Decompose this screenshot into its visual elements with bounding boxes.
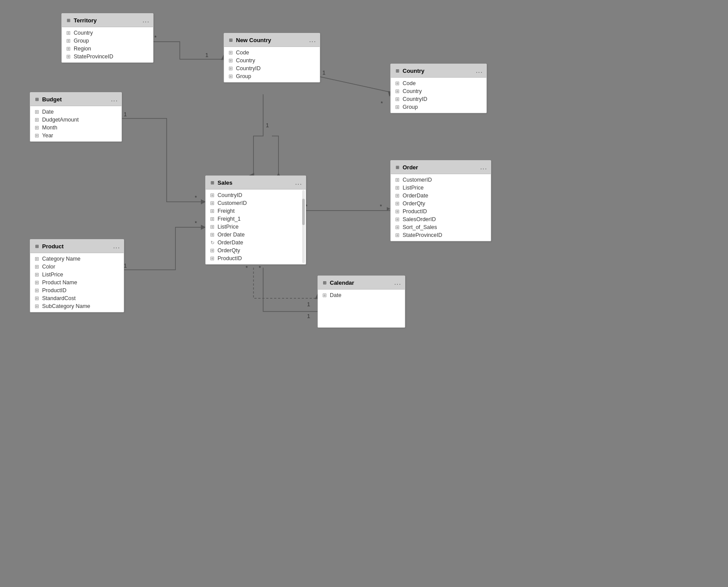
- table-new-country-menu[interactable]: ...: [309, 36, 316, 44]
- table-row: ProductID: [391, 208, 491, 215]
- table-budget-body: Date DudgetAmount Month Year: [30, 106, 121, 141]
- field-icon: [209, 200, 215, 206]
- table-order-header[interactable]: ⊞ Order ...: [391, 161, 491, 174]
- table-budget-header[interactable]: ⊞ Budget ...: [30, 93, 121, 106]
- diagram-canvas: * 1 1 * 1 * 1 * * 1 * *: [0, 0, 728, 587]
- table-row: StateProvinceID: [391, 231, 491, 239]
- field-icon: [228, 50, 234, 56]
- table-territory-header[interactable]: ⊞ Territory ...: [62, 14, 153, 27]
- table-calendar-header[interactable]: ⊞ Calendar ...: [318, 276, 405, 290]
- table-country: ⊞ Country ... Code Country CountryID Gro…: [390, 64, 487, 113]
- table-row: Date: [30, 108, 121, 116]
- table-order: ⊞ Order ... CustomerID ListPrice OrderDa…: [390, 160, 491, 241]
- field-icon: [34, 303, 40, 309]
- field-icon: [209, 255, 215, 261]
- table-order-title: Order: [403, 164, 418, 171]
- field-icon: [34, 109, 40, 115]
- scrollbar-thumb[interactable]: [302, 199, 305, 225]
- field-icon: [34, 279, 40, 286]
- svg-text:1: 1: [124, 111, 127, 118]
- table-row: Sort_of_Sales: [391, 223, 491, 231]
- field-icon: [321, 292, 328, 298]
- field-icon: [394, 232, 400, 238]
- table-row: CustomerID: [391, 176, 491, 184]
- table-row: ListPrice: [391, 184, 491, 192]
- table-order-body: CustomerID ListPrice OrderDate OrderQty …: [391, 174, 491, 241]
- table-sales-scrollbar[interactable]: [302, 190, 305, 263]
- table-row: ↻OrderDate: [206, 239, 306, 247]
- table-row: CountryID: [206, 191, 306, 199]
- svg-text:*: *: [154, 34, 157, 41]
- table-row: Region: [62, 45, 153, 53]
- table-country-menu[interactable]: ...: [476, 67, 483, 75]
- field-icon: [34, 132, 40, 139]
- table-country-body: Code Country CountryID Group: [391, 78, 486, 113]
- table-new-country-header[interactable]: ⊞ New Country ...: [224, 33, 320, 47]
- table-sales-menu[interactable]: ...: [295, 179, 302, 186]
- table-grid-icon: ⊞: [34, 96, 40, 102]
- field-icon: [209, 232, 215, 238]
- field-icon: ↻: [209, 240, 215, 246]
- table-product-menu[interactable]: ...: [113, 242, 120, 250]
- table-budget-menu[interactable]: ...: [111, 95, 118, 103]
- table-grid-icon: ⊞: [394, 68, 400, 74]
- field-icon: [34, 287, 40, 294]
- table-grid-icon: ⊞: [209, 179, 215, 186]
- field-icon: [209, 192, 215, 198]
- table-row: SalesOrderID: [391, 215, 491, 223]
- table-row: Group: [224, 72, 320, 80]
- svg-text:1: 1: [266, 122, 269, 129]
- table-sales-header[interactable]: ⊞ Sales ...: [206, 176, 306, 190]
- table-row: Code: [391, 79, 486, 87]
- field-icon: [34, 256, 40, 262]
- table-row: Color: [30, 263, 124, 271]
- table-territory-body: Country Group Region StateProvinceID: [62, 27, 153, 62]
- field-icon: [34, 295, 40, 301]
- field-icon: [209, 224, 215, 230]
- table-row: Product Name: [30, 279, 124, 286]
- table-row: Country: [391, 87, 486, 95]
- svg-text:1: 1: [322, 69, 325, 76]
- table-product-header[interactable]: ⊞ Product ...: [30, 240, 124, 253]
- table-calendar-body: Date: [318, 290, 405, 301]
- table-row: ProductID: [206, 254, 306, 262]
- table-sales: ⊞ Sales ... CountryID CustomerID Freight…: [205, 175, 306, 265]
- table-territory: ⊞ Territory ... Country Group Region Sta…: [61, 13, 153, 63]
- table-row: ListPrice: [206, 223, 306, 231]
- table-territory-menu[interactable]: ...: [143, 16, 150, 24]
- table-grid-icon: ⊞: [34, 243, 40, 249]
- field-icon: [394, 224, 400, 230]
- field-icon: [228, 57, 234, 64]
- field-icon: [394, 216, 400, 222]
- field-icon: [228, 65, 234, 72]
- field-icon: [394, 200, 400, 207]
- svg-text:*: *: [259, 265, 261, 271]
- table-sales-title: Sales: [218, 179, 232, 186]
- svg-text:*: *: [380, 203, 382, 210]
- table-order-menu[interactable]: ...: [480, 163, 487, 171]
- field-icon: [394, 96, 400, 102]
- table-country-header[interactable]: ⊞ Country ...: [391, 64, 486, 78]
- table-product-title: Product: [42, 243, 64, 250]
- calendar-padding: [318, 301, 405, 327]
- svg-text:*: *: [195, 194, 197, 201]
- table-grid-icon: ⊞: [228, 37, 234, 43]
- field-icon: [65, 54, 71, 60]
- table-row: Month: [30, 124, 121, 132]
- svg-text:*: *: [381, 100, 383, 107]
- field-icon: [34, 117, 40, 123]
- field-icon: [65, 38, 71, 44]
- field-icon: [228, 73, 234, 79]
- table-calendar-title: Calendar: [330, 279, 354, 286]
- svg-marker-13: [387, 207, 390, 211]
- table-calendar-menu[interactable]: ...: [394, 279, 401, 286]
- field-icon: [394, 185, 400, 191]
- svg-text:*: *: [195, 220, 197, 226]
- table-row: SubCategory Name: [30, 302, 124, 310]
- field-icon: [394, 80, 400, 86]
- table-territory-title: Territory: [74, 17, 97, 24]
- table-row: OrderQty: [206, 247, 306, 254]
- table-row: Date: [318, 291, 405, 299]
- field-icon: [34, 125, 40, 131]
- svg-text:1: 1: [124, 262, 127, 269]
